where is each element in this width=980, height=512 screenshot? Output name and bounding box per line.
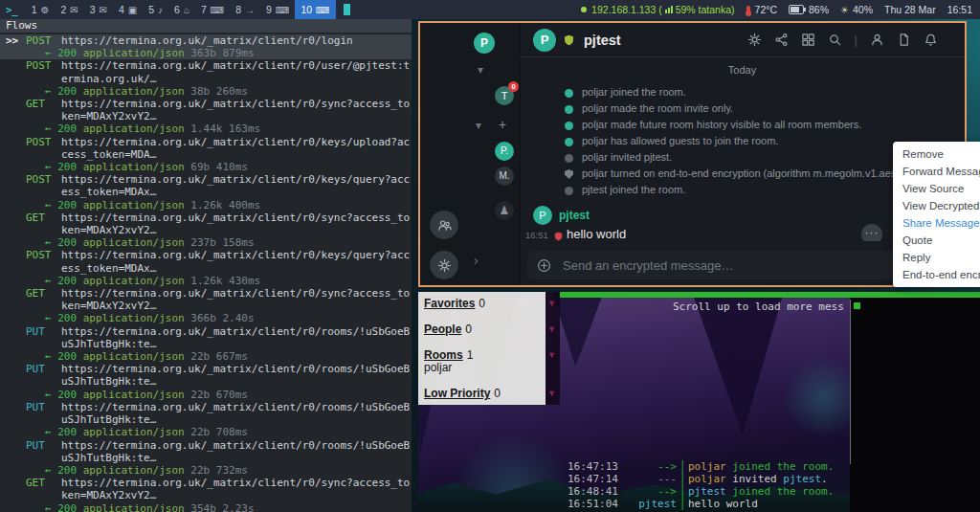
flow-row[interactable]: PUThttps://termina.org.uk/_matrix/client… [0,439,412,478]
network-status: 192.168.1.133 ( 59% tatanka) [581,4,734,15]
event-avatar-dot [565,122,573,130]
flow-row[interactable]: GEThttps://termina.org.uk/_matrix/client… [0,287,412,325]
room-avatar-image[interactable]: ♟ [495,201,514,220]
flow-row[interactable]: >>POSThttps://termina.org.uk/_matrix/cli… [0,34,412,59]
flow-row[interactable]: POSThttps://termina.org.uk/_matrix/clien… [0,249,412,287]
statusbar-widgets: 192.168.1.133 ( 59% tatanka) 72°C 86% ☀4… [581,4,980,15]
battery-value: 86% [809,4,829,15]
flow-list: >>POSThttps://termina.org.uk/_matrix/cli… [0,33,412,512]
flow-row[interactable]: PUThttps://termina.org.uk/_matrix/client… [0,401,412,439]
workspace-icon: ⌨ [316,5,329,15]
sender-avatar[interactable]: P [533,206,552,225]
members-button[interactable] [430,211,458,239]
attach-button[interactable] [537,258,551,273]
room-item-poljar[interactable]: poljar [424,362,546,374]
sender-name[interactable]: pjtest [559,209,590,222]
header-icons: | [747,33,951,47]
message-options-button[interactable]: ··· [861,224,882,241]
collapse-arrow[interactable]: ▼ [547,388,556,400]
flow-row[interactable]: POSThttps://termina.org.uk/_matrix/clien… [0,59,412,98]
roomlist-rows: Favorites0People0Rooms1poljarLow Priorit… [418,292,546,405]
flow-row[interactable]: PUThttps://termina.org.uk/_matrix/client… [0,363,412,401]
timeline-event: poljar made the room invite only. [520,100,965,117]
roomlist-category-people[interactable]: People0 [424,323,546,336]
workspace-7[interactable]: 7⌨ [195,0,230,19]
context-menu: RemoveForward MessageView SourceView Dec… [893,142,980,287]
flow-row[interactable]: GEThttps://termina.org.uk/_matrix/client… [0,98,412,136]
menu-item-quote[interactable]: Quote [893,232,980,249]
nicklist-separator[interactable] [850,300,851,464]
workspace-5[interactable]: 5♪ [143,0,168,19]
gear-icon[interactable] [747,33,762,47]
timeline-event: poljar joined the room. [520,84,965,100]
workspace-8[interactable]: 8→ [230,0,260,19]
header-divider: | [855,33,858,47]
share-icon[interactable] [774,33,789,47]
chat-log: 16:47:13-->│poljar joined the room.16:47… [560,460,980,510]
message-input[interactable] [561,257,919,274]
collapse-arrow[interactable]: ▼ [547,349,556,362]
flow-row[interactable]: GEThttps://termina.org.uk/_matrix/client… [0,477,412,512]
workspace-9[interactable]: 9⌨ [260,0,295,19]
room-avatar-m[interactable]: M. [495,167,514,186]
flow-row[interactable]: POSThttps://termina.org.uk/_matrix/clien… [0,173,412,211]
files-icon[interactable] [897,33,911,47]
workspace-4[interactable]: 4▣ [113,0,143,19]
menu-item-view-source[interactable]: View Source [893,180,980,197]
chat-line: 16:47:14---│poljar invited pjtest. [560,473,980,485]
chevron-down-icon[interactable]: ▾ [476,119,481,132]
event-avatar-dot [565,105,573,114]
workspace-icon: ▣ [128,5,137,15]
roomlist-category-favorites[interactable]: Favorites0 [424,298,546,310]
menu-item-forward-message[interactable]: Forward Message [893,163,980,180]
settings-button[interactable] [430,251,458,279]
user-avatar[interactable]: P [474,33,495,54]
event-avatar-dot [565,138,573,146]
room-avatar[interactable]: P [533,29,556,52]
collapse-arrow[interactable]: ▼ [547,298,556,310]
event-avatar-dot [565,89,573,98]
workspace-10[interactable]: 10⌨ [295,0,335,19]
menu-item-reply[interactable]: Reply [893,249,980,266]
workspace-3[interactable]: 3✉ [84,0,113,19]
apps-grid-icon[interactable] [801,33,815,47]
flows-tab[interactable]: Flows [6,19,37,32]
workspace-icon: ✉ [70,5,78,15]
search-icon[interactable] [828,33,842,47]
add-room-button[interactable]: + [499,117,506,132]
mitmproxy-terminal: Flows >>POSThttps://termina.org.uk/_matr… [0,19,412,512]
room-avatar-p[interactable]: P. [495,142,514,161]
space-avatar-t[interactable]: T0 [495,86,514,105]
chat-line: 16:48:41-->│pjtest joined the room. [560,485,980,498]
workspace-6[interactable]: 6⌂ [168,0,195,19]
collapse-arrow[interactable]: ▼ [547,323,556,336]
flow-row[interactable]: PUThttps://termina.org.uk/_matrix/client… [0,325,412,364]
event-avatar-dot [565,154,573,163]
message-timestamp: 16:51 [525,230,548,240]
workspace-icon: ⌨ [276,5,289,15]
user-avatar-letter: P [480,36,488,50]
notifications-bell-icon[interactable] [924,33,938,47]
notification-badge: 0 [508,81,519,92]
chevron-down-icon[interactable]: ▾ [478,63,483,77]
chat-line: 16:47:13-->│poljar joined the room. [560,460,980,473]
element-left-panel: P ▾ T0 ▾ + P. M. ♟ › [420,23,521,285]
menu-item-remove[interactable]: Remove [893,145,980,163]
menu-item-view-decrypted-source[interactable]: View Decrypted Source [893,197,980,214]
workspace-1[interactable]: 1⚙ [26,0,56,19]
flow-row[interactable]: GEThttps://termina.org.uk/_matrix/client… [0,211,412,250]
flow-row[interactable]: POSThttps://termina.org.uk/_matrix/clien… [0,136,412,174]
menu-item-share-message[interactable]: Share Message [893,214,980,232]
message-text: hello world [567,227,626,241]
event-avatar-dot [565,187,573,195]
expand-panel-chevron[interactable]: › [474,253,479,268]
workspace-2[interactable]: 2✉ [55,0,83,19]
scroll-notice: Scroll up to load more mess [673,301,844,313]
chat-line: 16:51:04pjtest│hello world [560,498,980,510]
menu-item-end-to-end-encryption-information[interactable]: End-to-end encryption information [893,266,980,283]
members-icon[interactable] [870,33,884,47]
terminal-cursor [344,4,350,15]
bottom-windows: Favorites0People0Rooms1poljarLow Priorit… [418,292,980,512]
workspace-icon: ⚙ [41,5,50,15]
roomlist-category-low-priority[interactable]: Low Priority0 [424,388,546,400]
